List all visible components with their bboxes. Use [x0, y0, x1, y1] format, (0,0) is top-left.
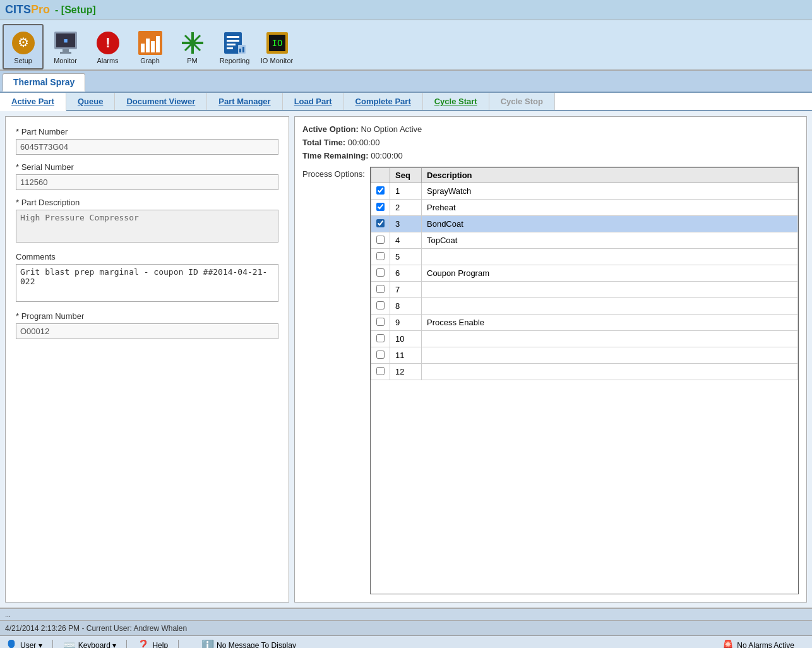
seq-cell: 12	[390, 364, 422, 380]
toolbar-monitor[interactable]: ■ Monitor	[45, 24, 86, 69]
bottom-keyboard[interactable]: ⌨️ Keyboard ▾	[63, 639, 117, 648]
subtab-cycle-start[interactable]: Cycle Start	[423, 93, 489, 110]
table-row: 5	[371, 249, 798, 265]
row-checkbox-cell[interactable]	[371, 216, 390, 232]
process-checkbox[interactable]	[376, 334, 385, 342]
description-cell: Coupon Program	[422, 265, 798, 282]
toolbar-pm[interactable]: PM	[172, 24, 213, 69]
row-checkbox-cell[interactable]	[371, 347, 390, 364]
process-checkbox[interactable]	[376, 367, 385, 375]
table-row: 2Preheat	[371, 200, 798, 216]
description-cell	[422, 364, 798, 380]
toolbar-graph[interactable]: Graph	[129, 24, 170, 69]
user-label: User ▾	[20, 641, 42, 649]
main-content: * Part Number * Serial Number * Part Des…	[0, 111, 812, 608]
svg-rect-21	[227, 40, 239, 42]
table-row: 7	[371, 282, 798, 298]
toolbar-io-monitor[interactable]: IO IO Monitor	[256, 24, 297, 69]
process-checkbox[interactable]	[376, 318, 385, 326]
keyboard-icon: ⌨️	[63, 639, 76, 648]
time-remaining-row: Time Remaining: 00:00:00	[302, 151, 799, 160]
table-row: 3BondCoat	[371, 216, 798, 232]
toolbar-reporting[interactable]: Reporting	[214, 24, 255, 69]
svg-rect-26	[242, 47, 244, 52]
row-checkbox-cell[interactable]	[371, 232, 390, 249]
seq-cell: 11	[390, 347, 422, 364]
toolbar-alarms[interactable]: ! Alarms	[87, 24, 128, 69]
subtab-queue[interactable]: Queue	[66, 93, 115, 110]
setup-label: Setup	[14, 57, 32, 64]
row-checkbox-cell[interactable]	[371, 282, 390, 298]
seq-cell: 8	[390, 298, 422, 315]
serial-number-input[interactable]	[16, 174, 278, 190]
subtab-document-viewer[interactable]: Document Viewer	[115, 93, 207, 110]
row-checkbox-cell[interactable]	[371, 200, 390, 216]
comments-input[interactable]	[16, 264, 278, 302]
svg-rect-25	[239, 49, 241, 52]
row-checkbox-cell[interactable]	[371, 364, 390, 380]
seq-cell: 3	[390, 216, 422, 232]
bottom-help[interactable]: ❓ Help	[137, 639, 168, 648]
process-checkbox[interactable]	[376, 351, 385, 359]
row-checkbox-cell[interactable]	[371, 265, 390, 282]
setup-icon: ⚙	[11, 30, 36, 56]
reporting-icon	[222, 30, 248, 56]
bottom-user[interactable]: 👤 User ▾	[5, 639, 42, 648]
process-checkbox[interactable]	[376, 268, 385, 277]
description-cell	[422, 249, 798, 265]
process-checkbox[interactable]	[376, 301, 385, 309]
part-description-label: * Part Description	[16, 198, 278, 207]
seq-cell: 7	[390, 282, 422, 298]
tab-thermal-spray[interactable]: Thermal Spray	[3, 73, 85, 92]
seq-cell: 9	[390, 315, 422, 331]
alarms-label: Alarms	[97, 57, 118, 64]
part-description-input[interactable]	[16, 210, 278, 243]
process-table-wrapper: Seq Description 1SprayWatch2Preheat3Bond…	[370, 167, 799, 594]
row-checkbox-cell[interactable]	[371, 183, 390, 200]
table-row: 11	[371, 347, 798, 364]
divider1	[52, 640, 53, 649]
svg-text:⚙: ⚙	[18, 35, 29, 49]
seq-cell: 4	[390, 232, 422, 249]
reporting-label: Reporting	[220, 57, 250, 64]
serial-number-label: * Serial Number	[16, 162, 278, 172]
user-icon: 👤	[5, 639, 18, 648]
graph-label: Graph	[140, 57, 160, 64]
process-checkbox[interactable]	[376, 219, 385, 227]
left-panel: * Part Number * Serial Number * Part Des…	[5, 116, 289, 603]
col-seq: Seq	[390, 168, 422, 183]
subtab-complete-part[interactable]: Complete Part	[344, 93, 423, 110]
process-checkbox[interactable]	[376, 186, 385, 195]
title-bar: CITS Pro - [Setup]	[0, 0, 812, 20]
table-row: 6Coupon Program	[371, 265, 798, 282]
bottom-message: ℹ️ No Message To Display	[201, 639, 296, 648]
message-text: No Message To Display	[217, 641, 296, 649]
description-cell: Process Enable	[422, 315, 798, 331]
program-number-input[interactable]	[16, 323, 278, 339]
process-checkbox[interactable]	[376, 203, 385, 211]
subtab-active-part[interactable]: Active Part	[0, 93, 66, 111]
svg-rect-10	[141, 44, 145, 52]
svg-rect-20	[227, 36, 239, 38]
row-checkbox-cell[interactable]	[371, 298, 390, 315]
subtab-load-part[interactable]: Load Part	[283, 93, 344, 110]
process-checkbox[interactable]	[376, 236, 385, 244]
row-checkbox-cell[interactable]	[371, 331, 390, 347]
col-description: Description	[422, 168, 798, 183]
alarm-status-text: No Alarms Active	[737, 641, 794, 649]
seq-cell: 2	[390, 200, 422, 216]
logo-pro: Pro	[31, 3, 50, 16]
row-checkbox-cell[interactable]	[371, 249, 390, 265]
description-cell: TopCoat	[422, 232, 798, 249]
process-checkbox[interactable]	[376, 252, 385, 260]
svg-rect-23	[227, 47, 233, 49]
process-checkbox[interactable]	[376, 285, 385, 293]
row-checkbox-cell[interactable]	[371, 315, 390, 331]
table-row: 9Process Enable	[371, 315, 798, 331]
svg-rect-24	[238, 45, 246, 54]
part-number-input[interactable]	[16, 139, 278, 155]
info-icon: ℹ️	[201, 639, 214, 648]
table-row: 1SprayWatch	[371, 183, 798, 200]
subtab-part-manager[interactable]: Part Manager	[207, 93, 282, 110]
toolbar-setup[interactable]: ⚙ Setup	[3, 24, 44, 69]
